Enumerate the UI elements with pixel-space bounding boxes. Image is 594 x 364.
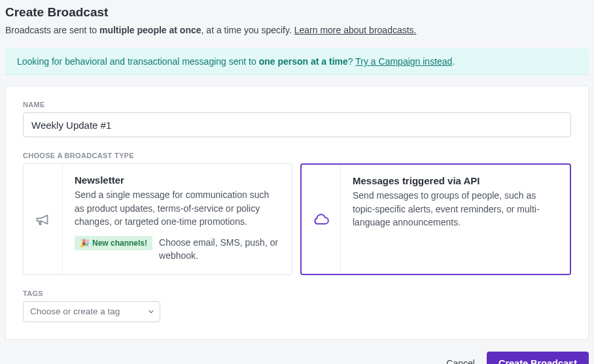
form-card: NAME CHOOSE A BROADCAST TYPE Newsletter …: [5, 86, 589, 339]
banner-text-pre: Looking for behavioral and transactional…: [17, 56, 259, 67]
newsletter-channels-row: 🎉 New channels! Choose email, SMS, push,…: [75, 236, 280, 263]
api-title: Messages triggered via API: [353, 175, 558, 186]
name-label: NAME: [23, 101, 571, 108]
tags-select[interactable]: Choose or create a tag: [23, 301, 160, 322]
subtitle-text-post: , at a time you specify.: [201, 25, 294, 35]
info-banner: Looking for behavioral and transactional…: [5, 48, 589, 75]
tags-select-wrap: Choose or create a tag: [23, 301, 160, 322]
type-label: CHOOSE A BROADCAST TYPE: [23, 152, 571, 159]
tags-section: TAGS Choose or create a tag: [23, 290, 571, 322]
type-body-api: Messages triggered via API Send messages…: [341, 165, 570, 273]
party-popper-icon: 🎉: [80, 239, 90, 248]
broadcast-type-options: Newsletter Send a single message for com…: [23, 163, 571, 274]
broadcast-type-section: CHOOSE A BROADCAST TYPE Newsletter Send …: [23, 152, 571, 274]
page-title: Create Broadcast: [5, 5, 589, 20]
type-body-newsletter: Newsletter Send a single message for com…: [63, 164, 292, 274]
learn-more-link[interactable]: Learn more about broadcasts.: [294, 25, 417, 35]
type-card-newsletter[interactable]: Newsletter Send a single message for com…: [23, 163, 292, 274]
dialog-footer: Cancel Create Broadcast: [5, 352, 589, 364]
subtitle-text-pre: Broadcasts are sent to: [5, 25, 99, 35]
banner-text-post: ?: [348, 56, 355, 67]
new-channels-badge: 🎉 New channels!: [75, 236, 152, 250]
try-campaign-link[interactable]: Try a Campaign instead: [355, 56, 452, 67]
cancel-button[interactable]: Cancel: [446, 358, 475, 364]
page-subtitle: Broadcasts are sent to multiple people a…: [5, 24, 589, 37]
cloud-icon: [302, 165, 341, 273]
type-card-api[interactable]: Messages triggered via API Send messages…: [300, 163, 571, 274]
tags-label: TAGS: [23, 290, 571, 297]
dialog-header: Create Broadcast Broadcasts are sent to …: [5, 5, 589, 43]
newsletter-desc: Send a single message for communication …: [75, 188, 280, 228]
name-input[interactable]: [23, 112, 571, 137]
badge-text: New channels!: [92, 239, 147, 248]
newsletter-channels-text: Choose email, SMS, push, or webhook.: [159, 236, 280, 263]
newsletter-title: Newsletter: [75, 174, 280, 186]
banner-text-bold: one person at a time: [259, 56, 348, 67]
api-desc: Send messages to groups of people, such …: [353, 189, 558, 229]
banner-tail: .: [452, 56, 455, 67]
subtitle-text-bold: multiple people at once: [99, 25, 201, 35]
name-field: NAME: [23, 101, 571, 137]
megaphone-icon: [24, 164, 63, 274]
create-broadcast-button[interactable]: Create Broadcast: [487, 352, 589, 364]
